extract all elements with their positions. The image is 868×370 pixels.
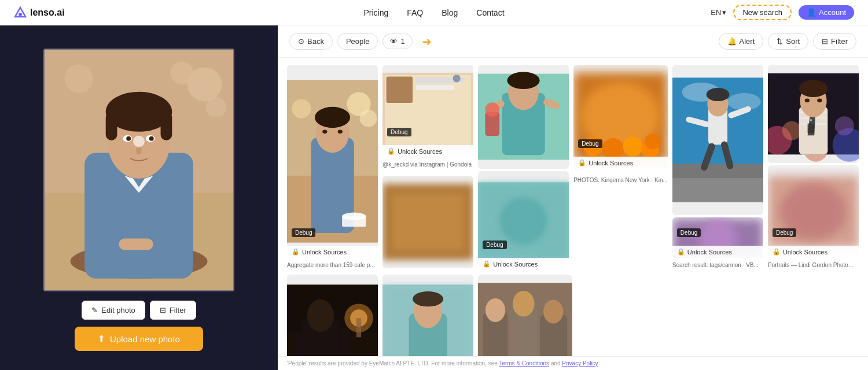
table-row[interactable]: Debug 🔒 Unlock Sources [382, 65, 473, 157]
header-right: EN ▾ New search 👤 Account [711, 5, 854, 20]
svg-rect-23 [119, 239, 153, 250]
edit-photo-button[interactable]: ✎ Edit photo [82, 301, 145, 320]
back-button[interactable]: ⊙ Back [289, 33, 333, 50]
table-row[interactable] [672, 65, 763, 215]
svg-point-49 [507, 72, 540, 89]
svg-point-63 [645, 134, 660, 149]
svg-rect-15 [106, 112, 117, 140]
table-row[interactable]: Debug 🔒 Unlock Sources [382, 275, 473, 356]
unlock-sources-bar-6[interactable]: 🔒 Unlock Sources [768, 246, 859, 258]
filter-button[interactable]: ⊟ Filter [813, 33, 856, 50]
card-image-2-top [382, 65, 473, 157]
content-area: ⊙ Back People 👁 1 ➜ 🔔 Alert ⇅ Sort [278, 25, 868, 370]
svg-point-94 [799, 80, 828, 97]
sidebar-actions: ✎ Edit photo ⊟ Filter [82, 301, 196, 320]
photo-placeholder [45, 50, 233, 290]
table-row[interactable]: Debug 🔒 Unlock Sources [478, 171, 569, 270]
account-button[interactable]: 👤 Account [799, 5, 854, 20]
unlock-sources-bar-3[interactable]: 🔒 Unlock Sources [478, 258, 569, 270]
lang-button[interactable]: EN ▾ [711, 8, 726, 17]
svg-rect-42 [416, 85, 454, 90]
result-col4-bot: PHOTOS: Kingems New York · Kin... [573, 176, 668, 270]
back-icon: ⊙ [298, 37, 304, 46]
logo-icon [14, 6, 27, 19]
footer-text: 'People' results are provided by EyeMatc… [287, 360, 499, 367]
card-teal-person [382, 275, 473, 356]
svg-point-117 [486, 298, 505, 322]
table-row[interactable]: Debug 🔒 Unlock Sources [768, 165, 859, 258]
svg-rect-107 [340, 328, 350, 356]
table-row[interactable]: Debug 🔒 Unlock Sources [672, 217, 763, 258]
table-row[interactable] [478, 65, 569, 169]
photo-svg [45, 50, 233, 290]
filter-side-button[interactable]: ⊟ Filter [150, 301, 196, 320]
unlock-sources-bar-5[interactable]: 🔒 Unlock Sources [672, 246, 763, 258]
unlock-sources-bar-2[interactable]: 🔒 Unlock Sources [382, 145, 473, 157]
svg-point-20 [149, 136, 154, 141]
svg-rect-36 [342, 216, 366, 227]
toolbar-left: ⊙ Back People 👁 1 ➜ [289, 33, 432, 50]
svg-point-118 [513, 291, 535, 317]
svg-point-53 [486, 102, 500, 117]
account-icon: 👤 [807, 8, 816, 17]
logo-text: lenso.ai [30, 8, 65, 18]
upload-photo-button[interactable]: ⬆ Upload new photo [75, 327, 203, 351]
svg-rect-16 [161, 112, 172, 140]
svg-point-19 [126, 136, 131, 141]
sort-icon: ⇅ [777, 37, 783, 46]
result-col3: Debug 🔒 Unlock Sources [478, 65, 569, 270]
table-row[interactable]: Debug 🔒 Unlock Sources [478, 275, 572, 356]
unlock-sources-bar[interactable]: 🔒 Unlock Sources [287, 246, 378, 258]
lock-icon-6: 🔒 [773, 248, 781, 256]
debug-badge-3: Debug [483, 240, 506, 249]
nav-faq[interactable]: FAQ [407, 8, 423, 17]
result-count-badge[interactable]: 👁 1 [382, 34, 412, 49]
card-image-3-bot [478, 171, 569, 270]
result-col1: Debug 🔒 Unlock Sources Aggregate more th… [287, 65, 378, 270]
lock-icon: 🔒 [292, 248, 300, 256]
result-col2-bot [382, 176, 473, 270]
svg-point-96 [817, 99, 822, 103]
unlock-sources-bar-4[interactable]: 🔒 Unlock Sources [573, 157, 668, 169]
result-col5: Debug 🔒 Unlock Sources Search result: ta… [672, 65, 763, 270]
svg-rect-90 [808, 124, 815, 134]
lock-icon-3: 🔒 [483, 260, 491, 268]
filter-icon: ⊟ [822, 37, 828, 46]
svg-point-32 [315, 107, 350, 128]
card-caption-2: @k_reckd via Instagram | Gondola [382, 160, 473, 169]
upload-icon: ⬆ [98, 334, 105, 344]
new-search-button[interactable]: New search [733, 5, 792, 20]
card-caption-5: Search result: tags/cannon · VB... [672, 260, 763, 270]
people-tab-button[interactable]: People [337, 33, 378, 50]
nav-contact[interactable]: Contact [476, 8, 504, 17]
svg-point-33 [322, 130, 327, 134]
table-row[interactable]: Debug 🔒 Unlock Sources [573, 65, 668, 169]
nav-blog[interactable]: Blog [442, 8, 458, 17]
teal-person-card: Debug 🔒 Unlock Sources Posts tagged w/hu… [382, 275, 473, 356]
terms-link[interactable]: Terms & Conditions [499, 360, 549, 367]
table-row[interactable] [768, 65, 859, 163]
card-group [478, 275, 572, 356]
sort-button[interactable]: ⇅ Sort [768, 33, 808, 50]
result-col6: Debug 🔒 Unlock Sources Portraits — Lindi… [768, 65, 859, 270]
lock-icon-5: 🔒 [677, 248, 685, 256]
sidebar: ✎ Edit photo ⊟ Filter ⬆ Upload new photo [0, 25, 278, 370]
results-toolbar: ⊙ Back People 👁 1 ➜ 🔔 Alert ⇅ Sort [278, 25, 868, 58]
card-caption-6: Portraits — Lindi Gordon Photo... [768, 260, 859, 270]
svg-rect-106 [294, 332, 304, 356]
privacy-link[interactable]: Privacy Policy [562, 360, 598, 367]
alert-button[interactable]: 🔔 Alert [719, 33, 764, 50]
edit-icon: ✎ [91, 306, 98, 314]
table-row[interactable]: Debug 🔒 Unlock Sources [287, 65, 378, 258]
toolbar-right: 🔔 Alert ⇅ Sort ⊟ Filter [719, 33, 856, 50]
lock-icon-4: 🔒 [578, 159, 586, 166]
card-image-6-top [768, 65, 859, 163]
nav-pricing[interactable]: Pricing [363, 8, 388, 17]
logo[interactable]: lenso.ai [14, 6, 65, 19]
table-row[interactable] [382, 176, 473, 268]
debug-badge-6: Debug [773, 228, 796, 237]
card-image-5-top [672, 65, 763, 215]
table-row[interactable]: Debug 🔒 Unlock Sources [287, 275, 378, 356]
svg-rect-69 [672, 164, 763, 178]
svg-point-95 [805, 99, 810, 103]
